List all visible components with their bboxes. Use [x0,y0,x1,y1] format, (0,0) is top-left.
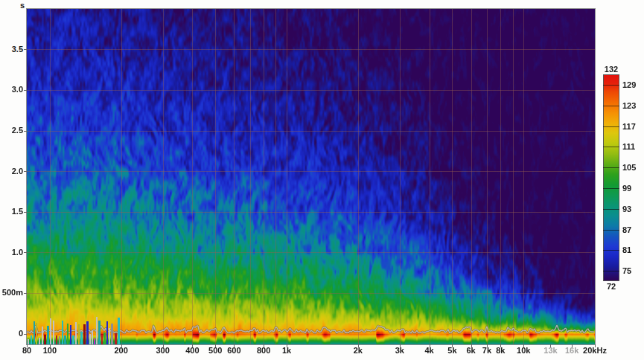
legend-tick-label: 105 [622,163,643,172]
legend-min-label: 72 [600,282,622,291]
legend-tick-line [603,271,619,271]
x-tick-mark [452,344,453,347]
x-tick-mark [500,344,501,347]
legend-tick-line [603,147,619,147]
y-tick-label: 1.0 [0,248,23,257]
x-tick-label: 100 [34,347,66,355]
y-tick-mark [24,90,27,91]
legend-tick-label: 129 [622,80,643,89]
legend-tick-line [603,230,619,231]
x-tick-mark [27,344,28,347]
color-scale-legend: 132 72 1291231171111059993878175 [600,64,644,292]
x-tick-mark [264,344,264,347]
legend-tick-label: 99 [622,184,643,193]
legend-tick-label: 81 [622,245,643,254]
y-tick-mark [24,334,27,335]
legend-tick-label: 117 [622,122,643,131]
spectrogram-plot[interactable] [27,9,595,344]
legend-tick-label: 123 [622,101,643,110]
x-tick-mark [400,344,401,347]
x-tick-mark [595,344,596,347]
x-tick-mark [550,344,551,347]
legend-tick-label: 87 [622,225,643,234]
y-tick-label: 2.5 [0,126,23,135]
x-tick-mark [121,344,122,347]
x-tick-mark [572,344,573,347]
legend-tick-label: 75 [622,266,643,275]
x-tick-mark [523,344,524,347]
x-tick-mark [163,344,164,347]
y-tick-mark [24,49,27,50]
x-tick-label: 1k [270,347,303,355]
y-tick-label: 1.5 [0,208,23,216]
y-tick-label: 0 [0,330,23,338]
x-tick-mark [192,344,193,347]
spectrogram-window: s 3.53.02.52.01.51.0500m0 80100200300400… [0,0,644,360]
y-tick-mark [24,293,27,294]
y-axis-unit-label: s [0,1,25,10]
y-tick-mark [24,252,27,253]
x-tick-label: 20kHz [578,347,611,355]
y-tick-label: 2.0 [0,167,23,176]
legend-tick-line [603,85,619,86]
x-tick-mark [430,344,430,347]
legend-tick-line [603,167,619,168]
legend-tick-line [603,106,619,106]
x-tick-label: 3k [383,347,416,355]
legend-tick-label: 111 [622,142,643,151]
x-tick-label: 200 [105,347,138,355]
legend-tick-label: 93 [622,205,643,213]
x-tick-label: 600 [217,347,250,355]
x-tick-label: 300 [147,347,179,355]
x-tick-mark [234,344,235,347]
x-tick-mark [50,344,51,347]
y-tick-mark [24,212,27,213]
x-tick-mark [287,344,287,347]
legend-max-label: 132 [600,65,622,74]
legend-tick-line [603,209,619,210]
y-tick-label: 500m [0,289,23,297]
x-tick-mark [358,344,359,347]
y-tick-mark [24,131,27,132]
x-tick-mark [215,344,216,347]
legend-tick-line [603,250,619,251]
y-tick-mark [24,171,27,172]
legend-tick-line [603,126,619,127]
x-tick-label: 2k [342,347,374,355]
y-tick-label: 3.0 [0,86,23,94]
legend-tick-line [603,188,619,189]
y-tick-label: 3.5 [0,45,23,54]
